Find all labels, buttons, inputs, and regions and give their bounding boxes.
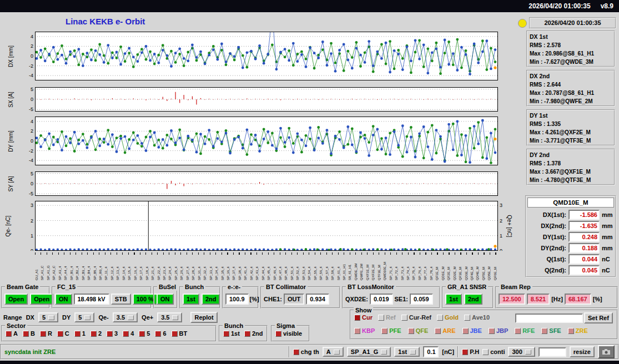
- monitor-name-label: SP_34_4: [215, 252, 219, 280]
- fc15-stb-button[interactable]: STB: [111, 294, 131, 305]
- page-title: Linac KEKB e- Orbit: [66, 17, 145, 26]
- ref-entry[interactable]: [515, 314, 583, 323]
- monitor-name-label: SP_R0_4: [99, 252, 103, 280]
- ee-ratio-unit: [%]: [250, 296, 259, 302]
- threshold-field[interactable]: 0.1: [423, 346, 439, 357]
- screenshot-button[interactable]: [598, 345, 615, 358]
- fc15-on-button[interactable]: ON: [55, 294, 72, 305]
- checkbox-a[interactable]: A: [6, 330, 18, 337]
- monitor-name-label: SP_45_4: [267, 252, 271, 280]
- checkbox-4[interactable]: 4: [123, 330, 134, 337]
- range-qe-minus-select[interactable]: 3.5: [113, 312, 138, 322]
- stat-min: Min : -3.771@QTF3E_M: [530, 136, 612, 145]
- checkbox-indicator-icon: [172, 331, 178, 337]
- monitor-name-label: S8_61_H1: [348, 252, 352, 280]
- checkbox-chg-th[interactable]: chg th: [293, 348, 319, 355]
- qxd2e-value: 0.019: [370, 294, 393, 305]
- set-ref-button[interactable]: Set Ref: [584, 312, 613, 323]
- checkbox-are[interactable]: ARE: [435, 327, 455, 334]
- checkbox-kbp[interactable]: KBP: [354, 327, 375, 334]
- interval-entry[interactable]: [539, 347, 566, 357]
- checkbox-jbp[interactable]: JBP: [489, 327, 508, 334]
- monitor-name-label: QF4E_M: [470, 252, 474, 280]
- range-dy-select[interactable]: 5: [74, 312, 94, 322]
- monitor-name-label: SP_76_4: [418, 252, 422, 280]
- checkbox-label: 5: [147, 330, 150, 337]
- checkbox-gold[interactable]: Gold: [437, 314, 459, 321]
- checkbox-2nd[interactable]: 2nd: [244, 330, 263, 337]
- checkbox-ave10[interactable]: Ave10: [464, 314, 490, 321]
- optionmenu-indicator-icon: [525, 350, 531, 355]
- monitor-name-label: SP_31_4: [198, 252, 202, 280]
- monitor-name-label: QF3E_M: [459, 252, 462, 280]
- monitor-name-label: SP_46_4: [273, 252, 277, 280]
- checkbox-conti[interactable]: conti: [482, 348, 505, 355]
- gr-snsr-2nd-button[interactable]: 2nd: [464, 294, 483, 305]
- beam-gate-open-1-button[interactable]: Open: [4, 294, 28, 305]
- che1-value: 0.934: [306, 294, 329, 305]
- sigma-frame: Sigma visible: [271, 325, 310, 342]
- monitor-name-label: QF6E_M: [494, 252, 497, 280]
- checkbox-ref[interactable]: Ref: [378, 314, 396, 321]
- se1-value: 0.059: [410, 294, 433, 305]
- checkbox-indicator-icon: [223, 331, 229, 337]
- monitor-name-label: SP_24_4: [168, 252, 172, 280]
- checkbox-3[interactable]: 3: [107, 330, 118, 337]
- sector-select[interactable]: A: [323, 347, 344, 357]
- checkbox-bt[interactable]: BT: [172, 330, 188, 337]
- stat-name: DX 1st: [530, 33, 612, 41]
- sector-frame-label: Sector: [5, 322, 27, 330]
- bunch-select-value: 1st: [398, 348, 407, 355]
- checkbox-b[interactable]: B: [23, 330, 35, 337]
- app-window: 2026/04/20 01:00:35 v8.9 Linac KEKB e- O…: [0, 0, 619, 364]
- checkbox-jbe[interactable]: JBE: [462, 327, 482, 334]
- checkbox-2[interactable]: 2: [90, 330, 102, 337]
- checkbox-rfe[interactable]: RFE: [515, 327, 535, 334]
- checkbox-qfe[interactable]: QFE: [408, 327, 429, 334]
- charge-chart: 33221100: [24, 201, 506, 253]
- replot-button[interactable]: Replot: [190, 312, 217, 323]
- checkbox-indicator-icon: [293, 349, 299, 355]
- monitor-readout-panel: QMD10E_M DX(1st): -1.586 mm DX(2nd): -1.…: [525, 195, 616, 277]
- checkbox-indicator-icon: [568, 328, 574, 334]
- beam-gate-open-2-button[interactable]: Open: [30, 294, 53, 305]
- checkbox-cur-ref[interactable]: Cur-Ref: [401, 314, 431, 321]
- optionmenu-indicator-icon: [381, 350, 387, 355]
- checkbox-visible[interactable]: visible: [275, 330, 302, 337]
- monitor-select[interactable]: SP_A1_G: [347, 347, 391, 357]
- checkbox-label: QFE: [416, 327, 429, 334]
- checkbox-r[interactable]: R: [40, 330, 52, 337]
- checkbox-sfe[interactable]: SFE: [541, 327, 561, 334]
- stat-name: DX 2nd: [530, 72, 612, 80]
- range-dx-select[interactable]: 5: [38, 312, 58, 322]
- monitor-name-label: SP_54_4: [308, 252, 311, 280]
- range-qe-minus-value: 3.5: [117, 314, 125, 321]
- checkbox-cur[interactable]: Cur: [354, 314, 373, 321]
- checkbox-indicator-icon: [401, 315, 407, 321]
- che1-out-button[interactable]: OUT: [284, 294, 304, 305]
- monitor-label: DY(2nd):: [535, 245, 566, 251]
- checkbox-zre[interactable]: ZRE: [568, 327, 588, 334]
- bunch-1st-button[interactable]: 1st: [183, 294, 199, 305]
- bunch-2nd-button[interactable]: 2nd: [202, 294, 220, 305]
- checkbox-pfe[interactable]: PFE: [381, 327, 401, 334]
- fc15-frame-label: FC_15: [56, 283, 77, 291]
- monitor-name-label: SP_14_4: [122, 252, 126, 280]
- interval-select[interactable]: 300: [508, 347, 535, 357]
- checkbox-1[interactable]: 1: [74, 330, 85, 337]
- monitor-name-label: SP_43_4: [255, 252, 259, 280]
- busel-on-button[interactable]: ON: [157, 294, 174, 305]
- checkbox-1st[interactable]: 1st: [223, 330, 240, 337]
- checkbox-6[interactable]: 6: [155, 330, 166, 337]
- checkbox-5[interactable]: 5: [139, 330, 150, 337]
- fc15-frame: FC_15 ON 18.498 kV STB 100 %: [52, 286, 152, 309]
- monitor-name-label: SP_32_4: [203, 252, 207, 280]
- checkbox-c[interactable]: C: [57, 330, 69, 337]
- checkbox-label: Gold: [445, 314, 459, 321]
- gr-snsr-1st-button[interactable]: 1st: [445, 294, 462, 305]
- bunch-select[interactable]: 1st: [394, 347, 420, 357]
- monitor-name-label: SP_41_4: [244, 252, 248, 280]
- checkbox-ph[interactable]: P.H: [462, 348, 479, 355]
- resize-button[interactable]: resize: [570, 346, 595, 357]
- range-qe-plus-select[interactable]: 3.5: [157, 312, 182, 322]
